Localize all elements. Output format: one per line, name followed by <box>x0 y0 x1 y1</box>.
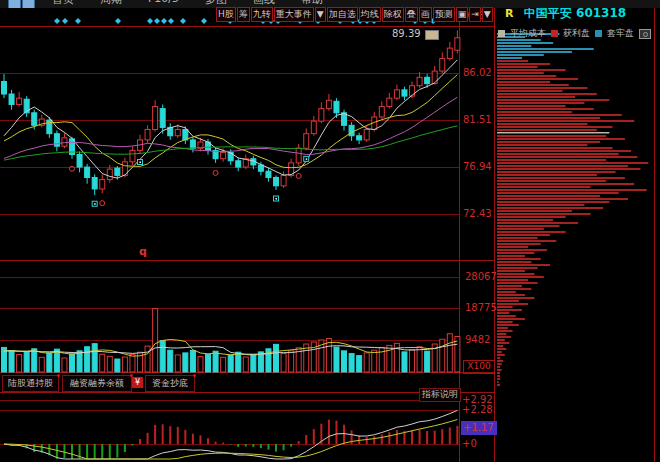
legend-swatch-avg <box>498 30 505 37</box>
price-tick-5: 72.43 <box>463 208 492 220</box>
app-window: 首页 周期 F10/5 多图 画线 帮助 H股 筹 九转 重大事件 ▼ 加自选 … <box>0 0 660 462</box>
legend-label-avg-cost[interactable]: 平均成本 <box>510 27 546 40</box>
indicator-pane[interactable] <box>0 393 459 462</box>
overlay-button[interactable]: 叠 <box>405 7 418 22</box>
macd-tick-zero: +0 <box>462 438 477 450</box>
tab-margin-balance[interactable]: 融资融券余额 <box>62 375 132 392</box>
forecast-button[interactable]: 预测 <box>433 7 455 22</box>
exright-button[interactable]: 除权 <box>382 7 404 22</box>
hot-icon: ¥ <box>132 377 143 388</box>
hshare-button[interactable]: H股 <box>216 7 236 22</box>
toolbar-dropdown-icon[interactable]: ▼ <box>482 7 493 22</box>
legend-swatch-profit <box>551 30 558 37</box>
macd-current-value: +1.17 <box>461 421 497 435</box>
price-tick-3: 81.51 <box>463 114 492 126</box>
vol-tick-2: 18775 <box>465 302 497 314</box>
draw-button[interactable]: 画 <box>419 7 432 22</box>
legend-label-trapped[interactable]: 套牢盘 <box>607 27 634 40</box>
legend-label-profit[interactable]: 获利盘 <box>563 27 590 40</box>
major-event-dropdown-icon[interactable]: ▼ <box>315 7 326 22</box>
window-icon[interactable] <box>8 0 21 8</box>
toolbar: H股 筹 九转 重大事件 ▼ 加自选 均线 除权 叠 画 预测 ▣ ⇥ ▼ <box>216 7 493 22</box>
last-price-label: 89.39 <box>392 28 421 39</box>
macd-tick-2: +2.28 <box>462 404 493 416</box>
add-watchlist-button[interactable]: 加自选 <box>327 7 358 22</box>
vol-tick-3: 9482 <box>465 334 490 346</box>
vol-tick-1: 28067 <box>465 271 497 283</box>
menu-item-f10[interactable]: F10/5 <box>148 0 179 7</box>
menu-item-home[interactable]: 首页 <box>52 0 74 7</box>
q-signal-marker: q <box>139 245 147 258</box>
volume-unit-label: X100 <box>463 360 495 374</box>
chip-distribution-panel[interactable] <box>496 33 654 462</box>
price-tick-4: 76.94 <box>463 161 492 173</box>
menu-item-period[interactable]: 周期 <box>100 0 122 7</box>
tab-fund-bottom-fishing[interactable]: 资金抄底 <box>145 375 195 392</box>
main-chart-area[interactable] <box>0 26 459 260</box>
tab-northbound-holdings[interactable]: 陆股通持股 <box>2 375 59 392</box>
pin-icon[interactable]: ▣ <box>456 7 469 22</box>
menu-item-draw[interactable]: 画线 <box>253 0 275 7</box>
menu-item-multi[interactable]: 多图 <box>205 0 227 7</box>
volume-pane[interactable] <box>0 261 459 372</box>
chips-button[interactable]: 筹 <box>237 7 250 22</box>
major-event-button[interactable]: 重大事件 <box>274 7 314 22</box>
ma-button[interactable]: 均线 <box>359 7 381 22</box>
jump-icon[interactable]: ⇥ <box>469 7 481 22</box>
nineturn-button[interactable]: 九转 <box>251 7 273 22</box>
note-flag-icon[interactable] <box>425 30 439 40</box>
indicator-help-button[interactable]: 指标说明 <box>419 388 461 402</box>
price-tick-2: 86.02 <box>463 67 492 79</box>
window-icon-2[interactable] <box>22 0 35 8</box>
snapshot-icon[interactable] <box>639 29 651 39</box>
legend-swatch-trap <box>595 30 602 37</box>
menu-item-help[interactable]: 帮助 <box>301 0 323 7</box>
chip-legend: 平均成本 获利盘 套牢盘 <box>498 27 658 40</box>
